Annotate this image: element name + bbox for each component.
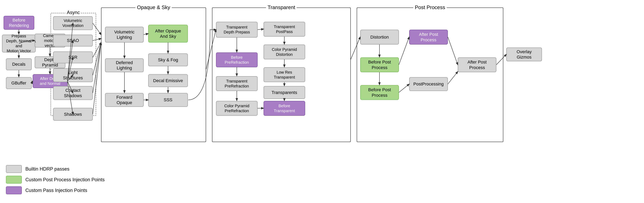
node-shadows: Shadows	[53, 108, 93, 121]
node-contact-shadows: Contact Shadows	[53, 86, 93, 100]
node-post-processing: PostProcessing	[409, 77, 448, 91]
post-process-section: Post Process	[357, 7, 503, 142]
node-color-pyramid-distortion: Color Pyramid Distortion	[264, 44, 305, 59]
node-forward-opaque: Forward Opaque	[105, 93, 144, 107]
node-decals: Decals	[6, 58, 32, 70]
legend-green-label: Custom Post Process Injection Points	[25, 177, 105, 183]
node-transparent-depth-prepass: Transparent Depth Prepass	[216, 22, 258, 38]
transparent-title: Transparent	[266, 4, 297, 10]
legend-item-gray: Builtin HDRP passes	[6, 165, 105, 173]
legend-item-green: Custom Post Process Injection Points	[6, 176, 105, 184]
node-ssr: SSR	[53, 51, 93, 63]
legend-box-purple	[6, 186, 22, 194]
post-process-title: Post Process	[413, 4, 447, 10]
node-before-post-process-2: Before Post Process	[360, 85, 399, 100]
legend-box-green	[6, 176, 22, 184]
node-deferred-lighting: Deferred Lighting	[105, 58, 144, 72]
node-prepass: Prepass Depth, Normal and Motion Vector	[2, 35, 36, 52]
legend-box-gray	[6, 165, 22, 173]
node-sss: SSS	[148, 93, 188, 107]
node-volumetric-voxelization: Volumetric Voxelization	[53, 16, 93, 30]
node-sky-fog: Sky & Fog	[148, 53, 188, 66]
opaque-sky-title: Opaque & Sky	[135, 4, 172, 10]
node-before-post-process-1: Before Post Process	[360, 57, 399, 72]
svg-line-3	[32, 81, 32, 83]
node-transparent-postpass: Transparent PostPass	[264, 22, 305, 37]
node-before-prerefraction: Before PreRefraction	[216, 52, 258, 67]
async-title: Async	[66, 10, 81, 15]
diagram-container: Opaque & Sky Transparent Post Process As…	[0, 0, 644, 203]
legend-purple-label: Custom Pass Injection Points	[25, 188, 87, 193]
legend-gray-label: Builtin HDRP passes	[25, 166, 69, 172]
node-after-post-process-1: After Post Process	[409, 30, 448, 44]
node-before-rendering: Before Rendering	[4, 16, 34, 30]
node-volumetric-lighting: Volumetric Lighting	[105, 27, 144, 42]
node-low-res-transparent: Low Res Transparent	[264, 67, 305, 82]
legend-item-purple: Custom Pass Injection Points	[6, 186, 105, 194]
node-before-transparent: Before Transparent	[264, 101, 305, 116]
node-gbuffer: GBuffer	[6, 77, 32, 89]
node-color-pyramid-prerefraction: Color Pyramid PreRefraction	[216, 101, 258, 116]
node-transparent-prerefraction: Transparent PreRefraction	[216, 76, 258, 91]
node-decal-emissive: Decal Emissive	[148, 74, 188, 87]
node-after-post-process-2: After Post Process	[458, 57, 496, 72]
node-ssao: SSAO	[53, 35, 93, 46]
node-light-structures: Light Structures	[53, 68, 93, 82]
node-overlay-gizmos: Overlay Gizmos	[506, 47, 542, 61]
node-transparents: Transparents	[264, 86, 305, 99]
node-distortion: Distortion	[360, 30, 399, 44]
node-after-opaque-and-sky: After Opaque And Sky	[148, 25, 188, 42]
legend: Builtin HDRP passes Custom Post Process …	[6, 165, 105, 197]
